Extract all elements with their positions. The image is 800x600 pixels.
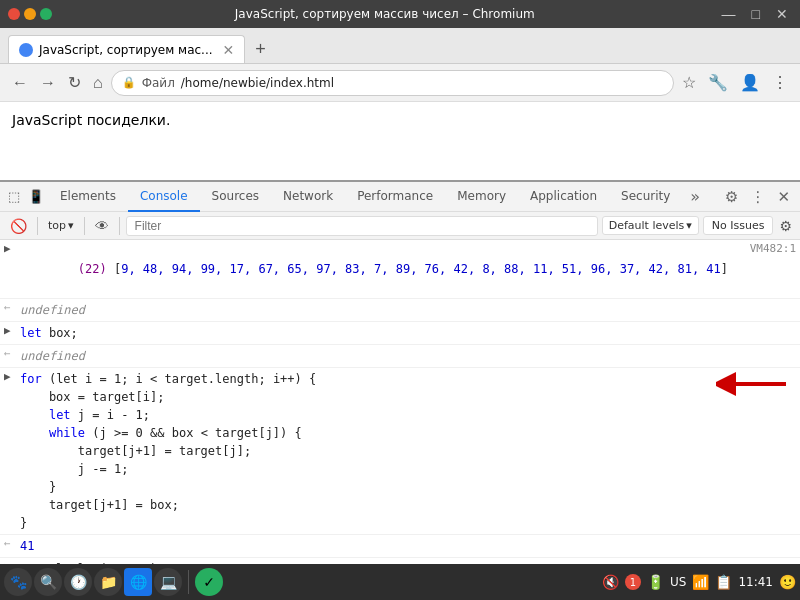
tab-application[interactable]: Application bbox=[518, 182, 609, 212]
titlebar-right: — □ ✕ bbox=[718, 6, 792, 22]
console-text: undefined bbox=[20, 347, 796, 365]
console-output[interactable]: ▶ (22) [9, 48, 94, 99, 17, 67, 65, 97, 8… bbox=[0, 240, 800, 600]
tab-sources[interactable]: Sources bbox=[200, 182, 271, 212]
console-line: ▶ let box; bbox=[0, 322, 800, 345]
console-source: VM482:1 bbox=[750, 242, 796, 255]
console-text: let box; bbox=[20, 324, 796, 342]
result-arrow: ← bbox=[4, 537, 16, 550]
taskbar-divider bbox=[188, 570, 189, 594]
reload-button[interactable]: ↻ bbox=[64, 69, 85, 96]
page-text: JavaScript посиделки. bbox=[12, 112, 170, 128]
file-label: Файл bbox=[142, 76, 175, 90]
titlebar-left bbox=[8, 8, 52, 20]
toolbar-divider-3 bbox=[119, 217, 120, 235]
taskbar-clipboard-icon: 📋 bbox=[715, 574, 732, 590]
taskbar-right: 🔇 1 🔋 US 📶 📋 11:41 🙂 bbox=[602, 574, 796, 590]
minimize-dot[interactable] bbox=[24, 8, 36, 20]
no-issues-badge[interactable]: No Issues bbox=[703, 216, 774, 235]
more-options-icon[interactable]: ⋮ bbox=[744, 188, 771, 206]
address-bar[interactable]: 🔒 Файл /home/newbie/index.html bbox=[111, 70, 674, 96]
home-button[interactable]: ⌂ bbox=[89, 70, 107, 96]
tab-elements[interactable]: Elements bbox=[48, 182, 128, 212]
eye-button[interactable]: 👁 bbox=[91, 216, 113, 236]
settings-icon[interactable]: ⚙ bbox=[719, 188, 744, 206]
taskbar-app-icon-4[interactable]: 📁 bbox=[94, 568, 122, 596]
window-controls bbox=[8, 8, 52, 20]
console-line: ← undefined bbox=[0, 299, 800, 322]
console-line: ← undefined bbox=[0, 345, 800, 368]
more-tabs-button[interactable]: » bbox=[686, 187, 704, 206]
expand-arrow[interactable]: ▶ bbox=[4, 324, 16, 337]
tab-console[interactable]: Console bbox=[128, 182, 200, 212]
taskbar-app-icon-6[interactable]: 💻 bbox=[154, 568, 182, 596]
taskbar: 🐾 🔍 🕐 📁 🌐 💻 ✓ 🔇 1 🔋 US 📶 📋 11:41 🙂 bbox=[0, 564, 800, 600]
expand-arrow[interactable]: ▶ bbox=[4, 370, 16, 383]
taskbar-app-icon-5[interactable]: 🌐 bbox=[124, 568, 152, 596]
window-title: JavaScript, сортируем массив чисел – Chr… bbox=[52, 7, 718, 21]
console-line: ▶ for (let i = 1; i < target.length; i++… bbox=[0, 368, 800, 535]
taskbar-app-icon-7[interactable]: ✓ bbox=[195, 568, 223, 596]
console-text: (22) [9, 48, 94, 99, 17, 67, 65, 97, 83,… bbox=[20, 242, 742, 296]
close-dot[interactable] bbox=[8, 8, 20, 20]
tab-bar: JavaScript, сортируем мас... ✕ + bbox=[0, 28, 800, 64]
minimize-button[interactable]: — bbox=[718, 6, 740, 22]
tab-memory[interactable]: Memory bbox=[445, 182, 518, 212]
clear-console-button[interactable]: 🚫 bbox=[6, 216, 31, 236]
close-button[interactable]: ✕ bbox=[772, 6, 792, 22]
url-display: /home/newbie/index.html bbox=[181, 76, 334, 90]
result-arrow: ← bbox=[4, 301, 16, 314]
taskbar-emoji-icon: 🙂 bbox=[779, 574, 796, 590]
filter-input[interactable] bbox=[126, 216, 598, 236]
tab-favicon bbox=[19, 43, 33, 57]
back-button[interactable]: ← bbox=[8, 70, 32, 96]
console-line: ← 41 bbox=[0, 535, 800, 558]
devtools-toolbar: 🚫 top ▾ 👁 Default levels ▾ No Issues ⚙ bbox=[0, 212, 800, 240]
context-dropdown-icon: ▾ bbox=[68, 219, 74, 232]
default-levels-label: Default levels bbox=[609, 219, 685, 232]
active-tab[interactable]: JavaScript, сортируем мас... ✕ bbox=[8, 35, 245, 63]
titlebar: JavaScript, сортируем массив чисел – Chr… bbox=[0, 0, 800, 28]
console-line: ▶ (22) [9, 48, 94, 99, 17, 67, 65, 97, 8… bbox=[0, 240, 800, 299]
expand-arrow[interactable]: ▶ bbox=[4, 242, 16, 255]
tab-network[interactable]: Network bbox=[271, 182, 345, 212]
taskbar-lang-label: US bbox=[670, 575, 686, 589]
console-text: 41 bbox=[20, 537, 796, 555]
devtools-mobile-toggle[interactable]: 📱 bbox=[24, 185, 48, 208]
console-text: undefined bbox=[20, 301, 796, 319]
extension-button[interactable]: 🔧 bbox=[704, 69, 732, 96]
tab-security[interactable]: Security bbox=[609, 182, 682, 212]
taskbar-app-icon-1[interactable]: 🐾 bbox=[4, 568, 32, 596]
taskbar-app-icon-3[interactable]: 🕐 bbox=[64, 568, 92, 596]
new-tab-button[interactable]: + bbox=[249, 35, 272, 63]
forward-button[interactable]: → bbox=[36, 70, 60, 96]
toolbar-divider-1 bbox=[37, 217, 38, 235]
bookmark-button[interactable]: ☆ bbox=[678, 69, 700, 96]
default-levels-dropdown[interactable]: Default levels ▾ bbox=[602, 216, 699, 235]
tab-close-button[interactable]: ✕ bbox=[223, 42, 235, 58]
context-selector[interactable]: top ▾ bbox=[44, 217, 78, 234]
tab-performance[interactable]: Performance bbox=[345, 182, 445, 212]
taskbar-time: 11:41 bbox=[738, 575, 773, 589]
menu-button[interactable]: ⋮ bbox=[768, 69, 792, 96]
nav-right-icons: ☆ 🔧 👤 ⋮ bbox=[678, 69, 792, 96]
default-levels-arrow: ▾ bbox=[686, 219, 692, 232]
devtools-close-icon[interactable]: ✕ bbox=[771, 188, 796, 206]
navbar: ← → ↻ ⌂ 🔒 Файл /home/newbie/index.html ☆… bbox=[0, 64, 800, 102]
devtools-tab-bar: ⬚ 📱 Elements Console Sources Network Per… bbox=[0, 182, 800, 212]
toolbar-divider-2 bbox=[84, 217, 85, 235]
secure-icon: 🔒 bbox=[122, 76, 136, 89]
console-code-line: for (let i = 1; i < target.length; i++) … bbox=[20, 370, 696, 532]
devtools-panel: ⬚ 📱 Elements Console Sources Network Per… bbox=[0, 182, 800, 600]
red-arrow-annotation bbox=[716, 372, 796, 396]
profile-button[interactable]: 👤 bbox=[736, 69, 764, 96]
maximize-button[interactable]: □ bbox=[748, 6, 764, 22]
taskbar-mute-icon[interactable]: 🔇 bbox=[602, 574, 619, 590]
taskbar-app-icon-2[interactable]: 🔍 bbox=[34, 568, 62, 596]
taskbar-battery-icon: 🔋 bbox=[647, 574, 664, 590]
result-arrow: ← bbox=[4, 347, 16, 360]
context-label: top bbox=[48, 219, 66, 232]
devtools-element-picker[interactable]: ⬚ bbox=[4, 185, 24, 208]
page-content: JavaScript посиделки. bbox=[0, 102, 800, 182]
maximize-dot[interactable] bbox=[40, 8, 52, 20]
console-settings-icon[interactable]: ⚙ bbox=[777, 216, 794, 236]
